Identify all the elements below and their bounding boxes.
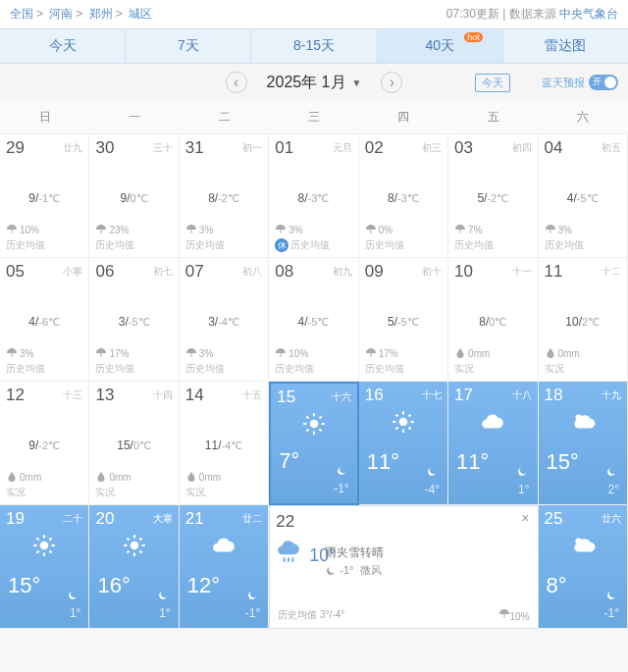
calendar-day[interactable]: 06 初七 3/-5℃ 17% 历史均值	[89, 258, 179, 382]
temp-range: 9/-2℃	[0, 439, 88, 452]
day-number: 07	[185, 262, 204, 282]
tab-8-15[interactable]: 8-15天	[251, 29, 377, 63]
svg-line-15	[408, 427, 410, 429]
day-number: 01	[275, 138, 293, 158]
forecast-day[interactable]: 25廿六 8° -1°	[539, 505, 628, 629]
toggle-switch[interactable]: 开	[589, 75, 618, 90]
month-selector[interactable]: 2025年 1月▼	[267, 73, 362, 93]
day-detail-panel: × 22 10° 雨夹雪转晴 -1° 微风 历史均值 3°/-4°10%	[269, 505, 538, 629]
calendar-day[interactable]: 05 小寒 4/-6℃ 3% 历史均值	[0, 258, 89, 382]
bottom-label: 历史均值	[185, 238, 225, 252]
bottom-label: 实况	[6, 486, 26, 499]
lunar-label: 十五	[242, 388, 262, 402]
moon-icon	[605, 465, 617, 481]
calendar-day[interactable]: 07 初八 3/-4℃ 3% 历史均值	[180, 258, 269, 382]
lunar-label: 初四	[512, 141, 532, 155]
tab-radar[interactable]: 雷达图	[503, 29, 628, 63]
tab-7day[interactable]: 7天	[126, 29, 251, 63]
next-month-button[interactable]: ›	[381, 72, 402, 93]
range-tabs: 今天 7天 8-15天 40天hot 雷达图	[0, 28, 628, 64]
calendar-day[interactable]: 03 初四 5/-2℃ 7% 历史均值	[448, 134, 538, 258]
update-info: 07:30更新 | 数据来源 中央气象台	[446, 6, 618, 23]
calendar-day[interactable]: 12 十三 9/-2℃ 0mm 实况	[0, 382, 89, 505]
day-number: 30	[95, 138, 114, 158]
bottom-label: 历史均值	[6, 238, 45, 252]
svg-line-35	[127, 550, 129, 552]
forecast-day[interactable]: 16十七 11° -4°	[359, 382, 448, 505]
day-number: 12	[6, 386, 25, 405]
temp-range: 4/-6℃	[0, 315, 88, 329]
calendar-day[interactable]: 04 初五 4/-5℃ 3% 历史均值	[539, 134, 628, 258]
forecast-day[interactable]: 15十六 7° -1°	[269, 382, 358, 505]
low-temp: 1°	[518, 483, 529, 496]
day-number: 09	[365, 262, 384, 282]
calendar-day[interactable]: 14 十五 11/-4℃ 0mm 实况	[180, 382, 269, 505]
day-number: 31	[185, 138, 204, 158]
day-number: 08	[275, 262, 293, 282]
forecast-day[interactable]: 20大寒 16° 1°	[89, 505, 179, 629]
bluesky-toggle[interactable]: 蓝天预报开	[542, 75, 618, 90]
bottom-label: 实况	[454, 362, 474, 376]
calendar-day[interactable]: 11 十二 10/2℃ 0mm 实况	[539, 258, 628, 382]
chevron-down-icon: ▼	[352, 78, 362, 88]
calendar-day[interactable]: 29 廿九 9/-1℃ 10% 历史均值	[0, 134, 89, 258]
svg-line-25	[50, 550, 52, 552]
precip-prob: 10%	[498, 608, 530, 622]
temp-range: 3/-4℃	[180, 315, 268, 329]
breadcrumb[interactable]: 全国> 河南> 郑州> 城区	[10, 6, 152, 23]
temp-range: 8/-3℃	[359, 191, 447, 205]
calendar-day[interactable]: 10 十一 8/0℃ 0mm 实况	[448, 258, 538, 382]
tab-today[interactable]: 今天	[0, 29, 126, 63]
svg-point-9	[399, 418, 408, 427]
forecast-day[interactable]: 19二十 15° 1°	[0, 505, 89, 629]
lunar-label: 小寒	[63, 265, 82, 279]
forecast-day[interactable]: 21廿二 12° -1°	[180, 505, 269, 629]
tab-40day[interactable]: 40天hot	[378, 29, 503, 63]
bottom-label: 历史均值	[545, 238, 584, 252]
low-temp: 1°	[159, 606, 170, 620]
lunar-label: 初七	[153, 265, 173, 279]
prev-month-button[interactable]: ‹	[226, 72, 247, 93]
svg-line-8	[319, 416, 321, 418]
svg-line-14	[395, 414, 397, 416]
precip-label: 0mm	[545, 347, 580, 359]
weather-icon	[448, 409, 537, 440]
close-icon[interactable]: ×	[521, 510, 529, 526]
lunar-label: 元旦	[333, 141, 352, 155]
svg-line-17	[408, 414, 410, 416]
precip-label: 0mm	[454, 347, 490, 359]
calendar-day[interactable]: 30 三十 9/0℃ 23% 历史均值	[89, 134, 179, 258]
calendar-day[interactable]: 02 初三 8/-3℃ 0% 历史均值	[359, 134, 448, 258]
calendar-day[interactable]: 01 元旦 8/-3℃ 3% 休历史均值	[269, 134, 358, 258]
svg-line-7	[306, 429, 308, 431]
lunar-label: 十一	[512, 265, 532, 279]
weather-icon	[0, 533, 88, 564]
hot-badge: hot	[464, 32, 483, 42]
temp-range: 8/-3℃	[269, 191, 357, 205]
temp-range: 5/-5℃	[359, 315, 447, 329]
temp-range: 3/-5℃	[89, 315, 178, 329]
weather-icon	[276, 540, 301, 572]
calendar-day[interactable]: 09 初十 5/-5℃ 17% 历史均值	[359, 258, 448, 382]
day-number: 04	[545, 138, 563, 158]
weather-icon	[271, 411, 356, 442]
precip-label: 10%	[6, 224, 39, 235]
calendar-day[interactable]: 31 初一 8/-2℃ 3% 历史均值	[180, 134, 269, 258]
weather-icon	[539, 409, 627, 440]
temp-range: 10/2℃	[539, 315, 627, 329]
moon-icon	[246, 589, 258, 604]
svg-point-28	[130, 542, 138, 550]
today-button[interactable]: 今天	[475, 74, 510, 92]
calendar-day[interactable]: 08 初九 4/-5℃ 10% 历史均值	[269, 258, 358, 382]
precip-label: 7%	[454, 224, 482, 235]
condition-text: 雨夹雪转晴	[325, 544, 531, 561]
forecast-day[interactable]: 17十八 11° 1°	[448, 382, 538, 505]
bottom-label: 历史均值	[365, 362, 404, 376]
lunar-label: 初三	[422, 141, 442, 155]
calendar-day[interactable]: 13 十四 15/0℃ 0mm 实况	[89, 382, 179, 505]
svg-line-24	[37, 538, 39, 540]
temp-range: 11/-4℃	[180, 439, 268, 452]
forecast-day[interactable]: 18十九 15° 2°	[539, 382, 628, 505]
lunar-label: 廿九	[63, 141, 82, 155]
moon-icon	[516, 465, 528, 481]
